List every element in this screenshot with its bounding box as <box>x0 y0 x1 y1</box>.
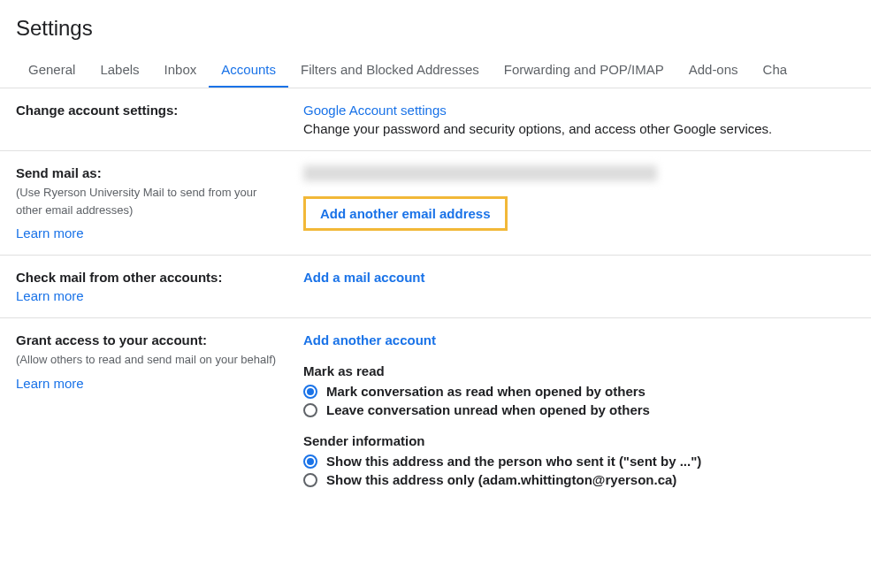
check-mail-learn-more[interactable]: Learn more <box>16 288 84 303</box>
section-change-account: Change account settings: Google Account … <box>0 88 871 151</box>
send-mail-as-learn-more[interactable]: Learn more <box>16 225 84 241</box>
radio-label: Show this address and the person who sen… <box>326 454 701 469</box>
page-title: Settings <box>0 0 871 53</box>
tabs-bar: General Labels Inbox Accounts Filters an… <box>0 53 871 88</box>
add-another-email-link[interactable]: Add another email address <box>320 206 491 221</box>
tab-forwarding[interactable]: Forwarding and POP/IMAP <box>492 53 676 88</box>
tab-inbox[interactable]: Inbox <box>152 53 210 88</box>
grant-access-subtext: (Allow others to read and send mail on y… <box>16 351 286 369</box>
send-mail-as-current-address <box>303 165 657 181</box>
grant-access-learn-more[interactable]: Learn more <box>16 376 84 391</box>
mark-as-read-option-1[interactable]: Mark conversation as read when opened by… <box>303 384 862 399</box>
radio-label: Leave conversation unread when opened by… <box>326 402 650 417</box>
tab-filters[interactable]: Filters and Blocked Addresses <box>288 53 492 88</box>
sender-info-option-2[interactable]: Show this address only (adam.whittington… <box>303 472 862 487</box>
radio-icon[interactable] <box>303 473 317 487</box>
add-another-account-link[interactable]: Add another account <box>303 332 436 347</box>
tab-labels[interactable]: Labels <box>88 53 151 88</box>
radio-icon[interactable] <box>303 403 317 417</box>
section-check-mail: Check mail from other accounts: Learn mo… <box>0 256 871 318</box>
check-mail-title: Check mail from other accounts: <box>16 270 286 285</box>
sender-info-option-1[interactable]: Show this address and the person who sen… <box>303 454 862 469</box>
add-email-highlight: Add another email address <box>303 196 508 231</box>
radio-icon[interactable] <box>303 454 317 469</box>
sender-info-heading: Sender information <box>303 433 862 448</box>
tab-chat[interactable]: Cha <box>751 53 800 88</box>
send-mail-as-title: Send mail as: <box>16 165 286 180</box>
mark-as-read-option-2[interactable]: Leave conversation unread when opened by… <box>303 402 862 417</box>
radio-icon[interactable] <box>303 385 317 399</box>
google-account-settings-link[interactable]: Google Account settings <box>303 103 862 118</box>
grant-access-title: Grant access to your account: <box>16 332 286 347</box>
section-send-mail-as: Send mail as: (Use Ryerson University Ma… <box>0 151 871 256</box>
change-account-desc: Change your password and security option… <box>303 121 862 136</box>
section-grant-access: Grant access to your account: (Allow oth… <box>0 318 871 505</box>
send-mail-as-subtext: (Use Ryerson University Mail to send fro… <box>16 184 286 218</box>
radio-label: Show this address only (adam.whittington… <box>326 472 676 487</box>
add-mail-account-link[interactable]: Add a mail account <box>303 270 425 285</box>
mark-as-read-heading: Mark as read <box>303 363 862 378</box>
change-account-title: Change account settings: <box>16 103 286 118</box>
tab-addons[interactable]: Add-ons <box>676 53 751 88</box>
tab-general[interactable]: General <box>16 53 88 88</box>
tab-accounts[interactable]: Accounts <box>209 53 288 88</box>
radio-label: Mark conversation as read when opened by… <box>326 384 646 399</box>
